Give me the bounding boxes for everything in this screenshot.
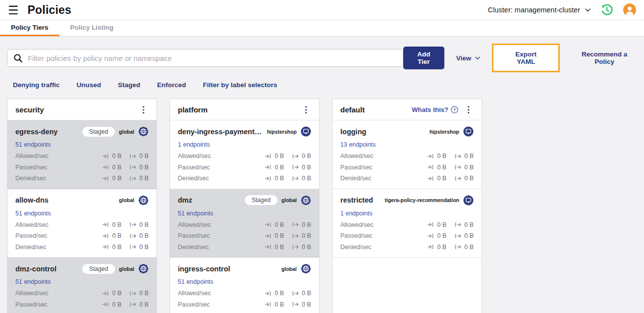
staged-badge: Staged xyxy=(245,195,277,205)
policy-name: dmz xyxy=(178,196,241,204)
scope-label: global xyxy=(119,129,134,135)
ingress-bytes: 0 B xyxy=(427,153,446,159)
egress-icon xyxy=(129,302,137,307)
stat-row-allowed: Allowed/sec 0 B 0 B xyxy=(15,288,149,299)
egress-bytes: 0 B xyxy=(454,221,474,228)
export-yaml-button[interactable]: Export YAML xyxy=(492,44,560,72)
tier-columns: security ⋮ egress-deny Staged global 51 … xyxy=(7,99,637,313)
egress-icon xyxy=(454,233,462,239)
ingress-bytes: 0 B xyxy=(102,153,121,159)
cluster-selector[interactable]: Cluster: management-cluster xyxy=(488,6,590,14)
cluster-label: Cluster: management-cluster xyxy=(488,6,580,14)
egress-icon xyxy=(454,222,462,227)
egress-bytes: 0 B xyxy=(454,153,474,159)
tab-policy-tiers[interactable]: Policy Tiers xyxy=(0,20,59,36)
egress-icon xyxy=(292,222,299,227)
namespace-scope-icon xyxy=(463,195,474,206)
endpoints-link[interactable]: 51 endpoints xyxy=(178,210,214,217)
history-icon[interactable] xyxy=(600,3,613,16)
egress-icon xyxy=(129,222,137,227)
policy-search[interactable] xyxy=(7,49,403,67)
egress-icon xyxy=(292,233,299,239)
ingress-bytes: 0 B xyxy=(265,164,284,171)
tier-default: default Whats this? ? ⋮ logging hipsters… xyxy=(332,99,482,313)
policy-card-logging[interactable]: logging hipstershop 13 endpoints Allowed… xyxy=(332,120,482,189)
endpoints-link[interactable]: 51 endpoints xyxy=(178,278,214,285)
ingress-bytes: 0 B xyxy=(102,232,121,239)
endpoints-link[interactable]: 51 endpoints xyxy=(15,210,51,217)
egress-bytes: 0 B xyxy=(292,175,311,182)
ingress-icon xyxy=(102,291,109,296)
add-tier-button[interactable]: Add Tier xyxy=(403,47,444,69)
staged-badge: Staged xyxy=(82,127,115,137)
ingress-icon xyxy=(102,176,109,181)
kebab-menu-icon[interactable]: ⋮ xyxy=(138,105,149,114)
egress-bytes: 0 B xyxy=(129,290,149,297)
ingress-icon xyxy=(427,244,434,250)
tab-policy-listing[interactable]: Policy Listing xyxy=(59,20,125,36)
egress-icon xyxy=(454,154,462,159)
ingress-icon xyxy=(265,302,272,307)
tier-name: platform xyxy=(178,105,296,114)
stat-row-denied: Denied/sec 0 B 0 B xyxy=(178,173,311,184)
filter-staged[interactable]: Staged xyxy=(118,81,140,89)
search-icon xyxy=(13,53,23,63)
stat-row-allowed: Allowed/sec 0 B 0 B xyxy=(178,288,311,299)
tier-header: default Whats this? ? ⋮ xyxy=(332,99,482,120)
toolbar: Add Tier View Export YAML Recommend a Po… xyxy=(7,44,637,72)
ingress-icon xyxy=(265,222,272,227)
stat-row-passed: Passed/sec 0 B 0 B xyxy=(340,162,474,173)
tab-bar: Policy Tiers Policy Listing xyxy=(0,20,644,37)
policy-card-dmz[interactable]: dmz Staged global 51 endpoints Allowed/s… xyxy=(170,189,319,258)
policy-card-ingress-control[interactable]: ingress-control global 51 endpoints Allo… xyxy=(170,258,319,313)
global-scope-icon xyxy=(301,195,311,206)
filter-unused[interactable]: Unused xyxy=(77,81,102,89)
endpoints-link[interactable]: 1 endpoints xyxy=(178,141,210,148)
filter-enforced[interactable]: Enforced xyxy=(157,81,186,89)
scope-label: global xyxy=(119,197,134,203)
top-bar: ☰ Policies Cluster: management-cluster xyxy=(0,0,644,20)
stat-row-denied: Denied/sec 0 B 0 B xyxy=(15,173,149,184)
view-button[interactable]: View xyxy=(456,54,481,62)
tier-name: default xyxy=(340,105,407,114)
stat-row-passed: Passed/sec 0 B 0 B xyxy=(178,230,311,242)
recommend-policy-button[interactable]: Recommend a Policy xyxy=(572,51,637,65)
ingress-icon xyxy=(427,164,434,170)
endpoints-link[interactable]: 13 endpoints xyxy=(340,141,376,148)
policy-name: logging xyxy=(340,128,426,136)
kebab-menu-icon[interactable]: ⋮ xyxy=(463,105,474,114)
endpoints-link[interactable]: 51 endpoints xyxy=(15,141,51,148)
policy-card-egress-deny[interactable]: egress-deny Staged global 51 endpoints A… xyxy=(7,120,157,189)
kebab-menu-icon[interactable]: ⋮ xyxy=(301,105,311,114)
ingress-icon xyxy=(265,233,272,239)
user-avatar[interactable] xyxy=(623,3,636,16)
search-input[interactable] xyxy=(28,54,397,62)
ingress-bytes: 0 B xyxy=(265,301,284,308)
endpoints-link[interactable]: 51 endpoints xyxy=(15,278,51,285)
policy-name: restricted xyxy=(340,196,380,204)
global-scope-icon xyxy=(138,195,149,206)
policy-card-dmz-control[interactable]: dmz-control Staged global 51 endpoints A… xyxy=(7,258,157,313)
egress-icon xyxy=(129,164,137,170)
whats-this-link[interactable]: Whats this? ? xyxy=(412,106,458,113)
scope-label: global xyxy=(119,266,134,272)
ingress-icon xyxy=(265,154,272,159)
global-scope-icon xyxy=(301,263,311,274)
policy-card-deny-ingress-paymentservice[interactable]: deny-ingress-paymentservi… hipstershop 1… xyxy=(170,120,319,189)
filter-by-label-selectors[interactable]: Filter by label selectors xyxy=(203,81,277,89)
egress-bytes: 0 B xyxy=(292,232,311,239)
filter-denying-traffic[interactable]: Denying traffic xyxy=(13,81,60,89)
scope-label: tigera-policy-recommendation xyxy=(384,197,459,203)
policy-card-allow-dns[interactable]: allow-dns global 51 endpoints Allowed/se… xyxy=(7,189,157,258)
policy-card-restricted[interactable]: restricted tigera-policy-recommendation … xyxy=(332,189,482,258)
egress-icon xyxy=(129,291,137,296)
egress-bytes: 0 B xyxy=(454,175,474,182)
endpoints-link[interactable]: 1 endpoints xyxy=(340,210,373,217)
policy-name: dmz-control xyxy=(15,265,78,273)
ingress-icon xyxy=(265,164,272,170)
policy-name: allow-dns xyxy=(15,196,115,204)
menu-icon[interactable]: ☰ xyxy=(8,3,19,16)
egress-icon xyxy=(292,302,299,307)
svg-text:?: ? xyxy=(453,107,456,112)
egress-bytes: 0 B xyxy=(129,153,149,159)
